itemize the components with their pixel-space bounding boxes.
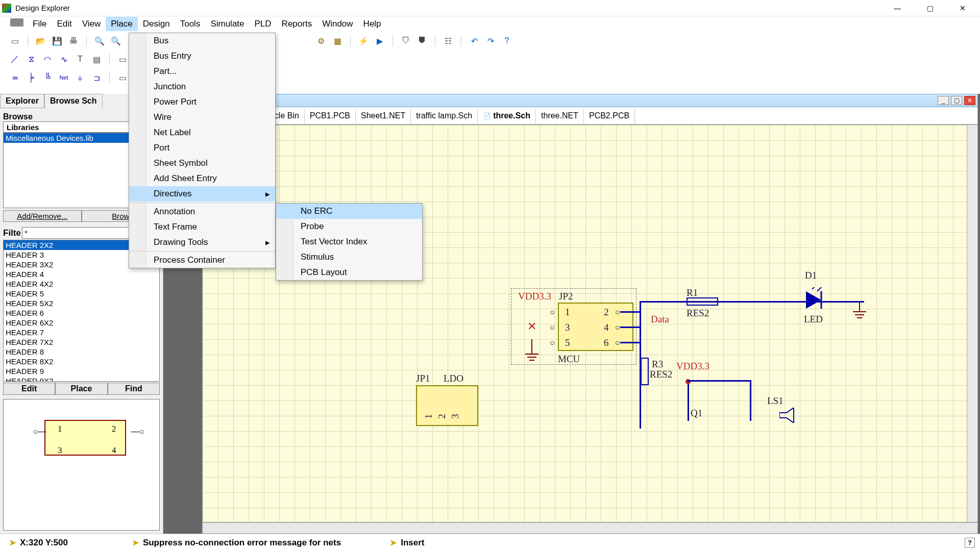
menu-item-process-container[interactable]: Process Container: [129, 253, 275, 268]
save-icon[interactable]: 💾: [52, 35, 63, 46]
port-icon[interactable]: ⊐: [91, 72, 102, 83]
zoom-in-icon[interactable]: 🔍: [94, 35, 105, 46]
menu-design[interactable]: Design: [138, 17, 175, 31]
menu-window[interactable]: Window: [317, 17, 358, 31]
sheet-icon[interactable]: ▭: [117, 72, 128, 83]
menu-item-power-port[interactable]: Power Port: [129, 94, 275, 110]
part-item[interactable]: HEADER 4: [4, 269, 159, 279]
menu-item-wire[interactable]: Wire: [129, 110, 275, 125]
menu-item-port[interactable]: Port: [129, 140, 275, 156]
shield2-icon[interactable]: ⛊: [416, 35, 428, 46]
run-icon[interactable]: ▶: [374, 35, 385, 46]
component-icon[interactable]: ⚙: [315, 35, 327, 46]
doc-tab-three-net[interactable]: three.NET: [536, 109, 584, 123]
help-icon[interactable]: ?: [501, 35, 512, 46]
part-item[interactable]: HEADER 7: [4, 328, 159, 337]
menu-item-no-erc[interactable]: No ERC: [276, 204, 422, 219]
open-icon[interactable]: 📂: [35, 35, 46, 46]
close-button[interactable]: ✕: [953, 2, 972, 14]
menu-item-stimulus[interactable]: Stimulus: [276, 249, 422, 265]
menu-item-add-sheet-entry[interactable]: Add Sheet Entry: [129, 171, 275, 186]
component-r3[interactable]: [641, 358, 649, 385]
place-button[interactable]: Place: [55, 383, 107, 395]
arc-icon[interactable]: ◠: [42, 54, 53, 65]
add-remove-button[interactable]: Add/Remove...: [3, 210, 82, 222]
menu-item-sheet-symbol[interactable]: Sheet Symbol: [129, 156, 275, 171]
doc-tab-three-sch[interactable]: three.Sch: [478, 109, 536, 123]
menu-tools[interactable]: Tools: [175, 17, 206, 31]
horizontal-scrollbar[interactable]: [202, 522, 978, 534]
part-item[interactable]: HEADER 9X2: [4, 376, 159, 382]
maximize-button[interactable]: ▢: [921, 2, 939, 14]
curve-icon[interactable]: ∿: [58, 54, 69, 65]
menu-view[interactable]: View: [77, 17, 106, 31]
help-button[interactable]: ?: [965, 538, 975, 548]
menu-item-bus-entry[interactable]: Bus Entry: [129, 48, 275, 64]
tab-browse-sch[interactable]: Browse Sch: [44, 94, 103, 108]
doc-tab-pcb2-pcb[interactable]: PCB2.PCB: [584, 109, 635, 123]
busentry-icon[interactable]: ╚: [42, 72, 53, 83]
rect-icon[interactable]: ▭: [117, 54, 128, 65]
shield1-icon[interactable]: ⛉: [400, 35, 411, 46]
menu-item-probe[interactable]: Probe: [276, 219, 422, 234]
line-icon[interactable]: ／: [9, 54, 20, 65]
polygon-icon[interactable]: ⧖: [26, 54, 37, 65]
selection-box: [511, 288, 636, 365]
redo-icon[interactable]: ↷: [485, 35, 496, 46]
menu-item-junction[interactable]: Junction: [129, 79, 275, 94]
menu-item-text-frame[interactable]: Text Frame: [129, 219, 275, 235]
hierarchy-icon[interactable]: ☷: [443, 35, 454, 46]
text-icon[interactable]: T: [75, 54, 86, 65]
menu-item-directives[interactable]: Directives: [129, 186, 275, 202]
library-icon[interactable]: ▦: [332, 35, 343, 46]
doc-close-button[interactable]: ✕: [964, 96, 975, 105]
netlabel-icon[interactable]: Net: [58, 72, 69, 83]
bus-icon[interactable]: ╞: [26, 72, 37, 83]
edit-button[interactable]: Edit: [3, 383, 55, 395]
menu-file[interactable]: File: [28, 17, 52, 31]
doc-maximize-button[interactable]: ▢: [951, 96, 962, 105]
menu-item-bus[interactable]: Bus: [129, 33, 275, 48]
component-jp1[interactable]: [416, 385, 478, 426]
frame-icon[interactable]: ▤: [91, 54, 102, 65]
tab-explorer[interactable]: Explorer: [0, 94, 44, 108]
minimize-button[interactable]: —: [888, 2, 906, 14]
wire-icon[interactable]: ≃: [9, 72, 20, 83]
menu-simulate[interactable]: Simulate: [205, 17, 249, 31]
menu-reports[interactable]: Reports: [277, 17, 317, 31]
schematic-canvas[interactable]: VDD3.3 JP2 1 2 3 4 5 6 ○ ○ ○ ○ ○ ○ ✕ MCU: [202, 124, 978, 522]
menu-item-test-vector-index[interactable]: Test Vector Index: [276, 234, 422, 249]
part-item[interactable]: HEADER 8: [4, 347, 159, 357]
menu-item-pcb-layout[interactable]: PCB Layout: [276, 265, 422, 280]
menu-item-annotation[interactable]: Annotation: [129, 204, 275, 219]
part-item[interactable]: HEADER 4X2: [4, 279, 159, 289]
zoom-out-icon[interactable]: 🔍: [110, 35, 121, 46]
bolt-icon[interactable]: ⚡: [358, 35, 369, 46]
menu-place[interactable]: Place: [106, 17, 138, 31]
part-item[interactable]: HEADER 5: [4, 289, 159, 298]
doc-tab-pcb1-pcb[interactable]: PCB1.PCB: [305, 109, 356, 123]
menu-help[interactable]: Help: [358, 17, 386, 31]
part-item[interactable]: HEADER 8X2: [4, 357, 159, 366]
menu-edit[interactable]: Edit: [52, 17, 77, 31]
part-item[interactable]: HEADER 7X2: [4, 337, 159, 347]
part-item[interactable]: HEADER 5X2: [4, 298, 159, 308]
doc-tab-sheet1-net[interactable]: Sheet1.NET: [356, 109, 411, 123]
print-icon[interactable]: 🖶: [68, 35, 79, 46]
ground-icon[interactable]: ⏚: [75, 72, 86, 83]
document-title-bar: sign.ddb _ ▢ ✕: [202, 94, 978, 107]
menu-item-drawing-tools[interactable]: Drawing Tools: [129, 235, 275, 250]
doc-minimize-button[interactable]: _: [938, 96, 949, 105]
part-item[interactable]: HEADER 6: [4, 308, 159, 318]
menu-item-part-[interactable]: Part...: [129, 64, 275, 79]
part-item[interactable]: HEADER 6X2: [4, 318, 159, 328]
undo-icon[interactable]: ↶: [469, 35, 480, 46]
find-button[interactable]: Find: [108, 383, 160, 395]
part-item[interactable]: HEADER 9: [4, 366, 159, 376]
select-icon[interactable]: ▭: [9, 35, 20, 46]
doc-tab-traffic-lamp-sch[interactable]: traffic lamp.Sch: [411, 109, 478, 123]
vertical-scrollbar[interactable]: [967, 124, 978, 522]
menu-pld[interactable]: PLD: [250, 17, 277, 31]
menu-item-net-label[interactable]: Net Label: [129, 125, 275, 140]
component-r1[interactable]: [687, 297, 718, 306]
